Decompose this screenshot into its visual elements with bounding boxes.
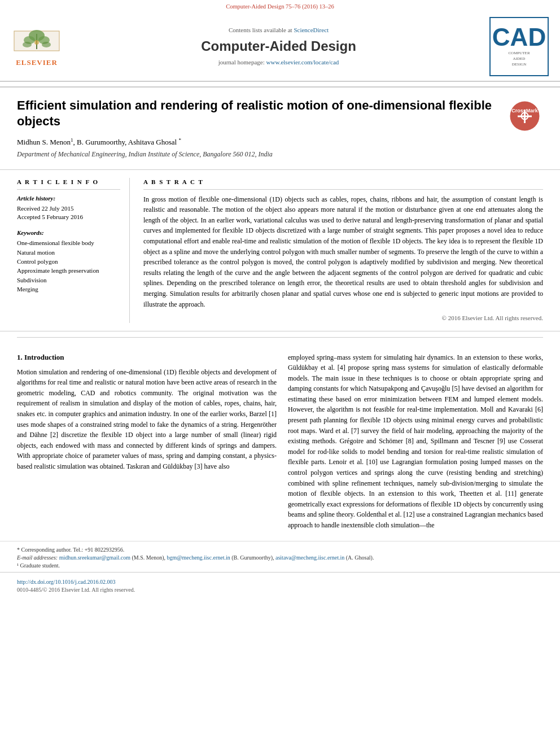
abstract-text: In gross motion of flexible one-dimensio… xyxy=(143,194,543,310)
footer-doi: http://dx.doi.org/10.1016/j.cad.2016.02.… xyxy=(17,578,543,586)
article-info-heading: A R T I C L E I N F O xyxy=(17,178,120,189)
sciencedirect-link[interactable]: ScienceDirect xyxy=(294,27,329,33)
intro-right-column: employed spring–mass system for simulati… xyxy=(288,352,543,535)
article-info-column: A R T I C L E I N F O Article history: R… xyxy=(17,178,130,322)
footnote-star: * Corresponding author. Tel.: +91 802293… xyxy=(17,546,543,554)
keyword-item: Approximate length preservation xyxy=(17,267,120,275)
cad-logo-subtext: COMPUTERAIDEDDESIGN xyxy=(508,51,530,67)
article-title-block: Efficient simulation and rendering of re… xyxy=(17,98,509,164)
homepage-text: journal homepage: xyxy=(218,59,265,65)
footnote-star-text: * Corresponding author. Tel.: +91 802293… xyxy=(17,547,124,553)
svg-point-5 xyxy=(23,42,32,47)
svg-point-7 xyxy=(34,40,39,45)
journal-center: Contents lists available at ScienceDirec… xyxy=(68,26,489,67)
copyright-line: © 2016 Elsevier Ltd. All rights reserved… xyxy=(143,314,543,322)
keyword-item: Natural motion xyxy=(17,248,120,257)
footnote-email-label: E-mail addresses: xyxy=(17,554,58,561)
keywords-label: Keywords: xyxy=(17,229,120,237)
footnote-email1-link[interactable]: midhun.sreekumar@gmail.com xyxy=(59,554,130,561)
journal-doi-line: Computer-Aided Design 75–76 (2016) 13–26 xyxy=(0,0,560,12)
introduction-section: 1. Introduction Motion simulation and re… xyxy=(0,343,560,541)
article-keywords-section: Keywords: One-dimensional flexible body … xyxy=(17,229,120,294)
article-received: Received 22 July 2015 xyxy=(17,204,120,213)
contents-text: Contents lists available at xyxy=(229,27,292,33)
elsevier-logo-graphic xyxy=(11,25,62,56)
intro-left-paragraph: Motion simulation and rendering of one-d… xyxy=(17,367,277,472)
footer-issn: 0010-4485/© 2016 Elsevier Ltd. All right… xyxy=(17,586,543,594)
abstract-column: A B S T R A C T In gross motion of flexi… xyxy=(141,178,543,322)
abstract-heading: A B S T R A C T xyxy=(143,178,543,189)
article-footer: http://dx.doi.org/10.1016/j.cad.2016.02.… xyxy=(0,572,560,600)
keyword-item: One-dimensional flexible body xyxy=(17,239,120,247)
footnote-section: * Corresponding author. Tel.: +91 802293… xyxy=(0,541,560,572)
keywords-list: One-dimensional flexible body Natural mo… xyxy=(17,239,120,294)
keyword-item: Merging xyxy=(17,285,120,294)
cad-logo-text: CAD xyxy=(492,25,546,50)
doi-text: Computer-Aided Design 75–76 (2016) 13–26 xyxy=(226,3,334,10)
footnote-email2-link[interactable]: bgm@mecheng.iisc.ernet.in xyxy=(167,554,230,561)
footnote-email3-link[interactable]: asitava@mecheng.iisc.ernet.in xyxy=(275,554,344,561)
article-title-section: Efficient simulation and rendering of re… xyxy=(0,88,560,171)
journal-homepage-url[interactable]: www.elsevier.com/locate/cad xyxy=(266,59,339,65)
section-divider xyxy=(17,337,543,338)
article-authors: Midhun S. Menon1, B. Gurumoorthy, Ashita… xyxy=(17,137,498,148)
footnote-email1-name: (M.S. Menon), xyxy=(132,554,165,561)
elsevier-logo: ELSEVIER xyxy=(6,25,68,68)
keyword-item: Subdivision xyxy=(17,276,120,285)
footnote-email3-name: (A. Ghosal). xyxy=(346,554,374,561)
doi-link[interactable]: http://dx.doi.org/10.1016/j.cad.2016.02.… xyxy=(17,579,116,585)
header-divider xyxy=(0,81,560,82)
intro-right-paragraph: employed spring–mass system for simulati… xyxy=(288,352,543,531)
cad-logo-box: CAD COMPUTERAIDEDDESIGN xyxy=(489,17,549,76)
article-affiliation: Department of Mechanical Engineering, In… xyxy=(17,150,498,159)
footnote-email2-name: (B. Gurumoorthy), xyxy=(231,554,274,561)
intro-heading: 1. Introduction xyxy=(17,352,277,362)
journal-contents-line: Contents lists available at ScienceDirec… xyxy=(68,26,489,34)
article-accepted: Accepted 5 February 2016 xyxy=(17,213,120,221)
crossmark-logo: CrossMark xyxy=(509,101,543,134)
keyword-item: Control polygon xyxy=(17,257,120,266)
journal-title: Computer-Aided Design xyxy=(68,37,489,56)
journal-meta-row: ELSEVIER Contents lists available at Sci… xyxy=(0,12,560,81)
article-history-label: Article history: xyxy=(17,194,120,203)
journal-homepage-line: journal homepage: www.elsevier.com/locat… xyxy=(68,58,489,67)
footnote-email-line: E-mail addresses: midhun.sreekumar@gmail… xyxy=(17,554,543,562)
svg-point-6 xyxy=(42,42,51,47)
crossmark-svg: CrossMark xyxy=(509,101,540,132)
article-title: Efficient simulation and rendering of re… xyxy=(17,98,498,130)
footnote-1: ¹ Graduate student. xyxy=(17,562,543,570)
article-history-section: Article history: Received 22 July 2015 A… xyxy=(17,194,120,222)
article-info-abstract-section: A R T I C L E I N F O Article history: R… xyxy=(0,170,560,331)
journal-header: Computer-Aided Design 75–76 (2016) 13–26… xyxy=(0,0,560,88)
elsevier-name: ELSEVIER xyxy=(16,58,58,68)
intro-left-column: 1. Introduction Motion simulation and re… xyxy=(17,352,277,535)
